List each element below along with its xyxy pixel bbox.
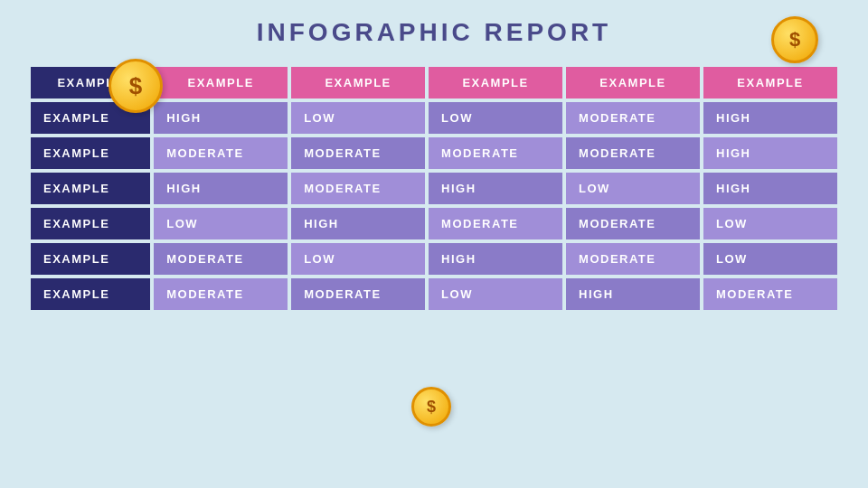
cell-r2-c2: HIGH [429,173,562,204]
cell-r5-c3: HIGH [566,278,700,310]
row-header-3: EXAMPLE [31,208,150,239]
cell-r1-c3: MODERATE [566,137,700,169]
row-header-5: EXAMPLE [31,278,150,310]
cell-r2-c4: HIGH [703,173,837,204]
coin-bottom-icon: $ [411,387,451,427]
table-row: EXAMPLEMODERATELOWHIGHMODERATELOW [31,243,837,275]
cell-r0-c0: HIGH [154,102,288,134]
cell-r2-c1: MODERATE [291,173,425,204]
header-col-3: EXAMPLE [429,67,562,99]
cell-r0-c4: HIGH [703,102,837,134]
cell-r5-c4: MODERATE [703,278,837,310]
cell-r1-c0: MODERATE [154,137,288,169]
cell-r3-c1: HIGH [291,208,425,239]
page-container: INFOGRAPHIC REPORT $ $ $ EXAMPLE EXAMPLE… [0,0,868,488]
cell-r2-c3: LOW [566,173,700,204]
row-header-1: EXAMPLE [31,137,150,169]
coin-left-icon: $ [108,59,163,113]
cell-r2-c0: HIGH [154,173,288,204]
cell-r1-c4: HIGH [703,137,837,169]
header-col-4: EXAMPLE [566,67,700,99]
cell-r5-c1: MODERATE [291,278,425,310]
cell-r4-c1: LOW [291,243,425,275]
cell-r4-c2: HIGH [429,243,562,275]
page-title: INFOGRAPHIC REPORT [27,18,841,47]
cell-r3-c0: LOW [154,208,288,239]
table-row: EXAMPLEMODERATEMODERATELOWHIGHMODERATE [31,278,837,310]
cell-r0-c1: LOW [291,102,425,134]
cell-r5-c0: MODERATE [154,278,288,310]
row-header-4: EXAMPLE [31,243,150,275]
table-row: EXAMPLELOWHIGHMODERATEMODERATELOW [31,208,837,239]
header-col-2: EXAMPLE [291,67,425,99]
table-row: EXAMPLEHIGHMODERATEHIGHLOWHIGH [31,173,837,204]
cell-r3-c3: MODERATE [566,208,700,239]
cell-r4-c4: LOW [703,243,837,275]
cell-r0-c3: MODERATE [566,102,700,134]
header-col-5: EXAMPLE [703,67,837,99]
coin-right-icon: $ [771,16,818,63]
cell-r4-c3: MODERATE [566,243,700,275]
cell-r3-c4: LOW [703,208,837,239]
cell-r1-c1: MODERATE [291,137,425,169]
cell-r5-c2: LOW [429,278,562,310]
header-col-1: EXAMPLE [154,67,288,99]
row-header-2: EXAMPLE [31,173,150,204]
cell-r4-c0: MODERATE [154,243,288,275]
table-row: EXAMPLEMODERATEMODERATEMODERATEMODERATEH… [31,137,837,169]
cell-r3-c2: MODERATE [429,208,562,239]
cell-r1-c2: MODERATE [429,137,562,169]
cell-r0-c2: LOW [429,102,562,134]
